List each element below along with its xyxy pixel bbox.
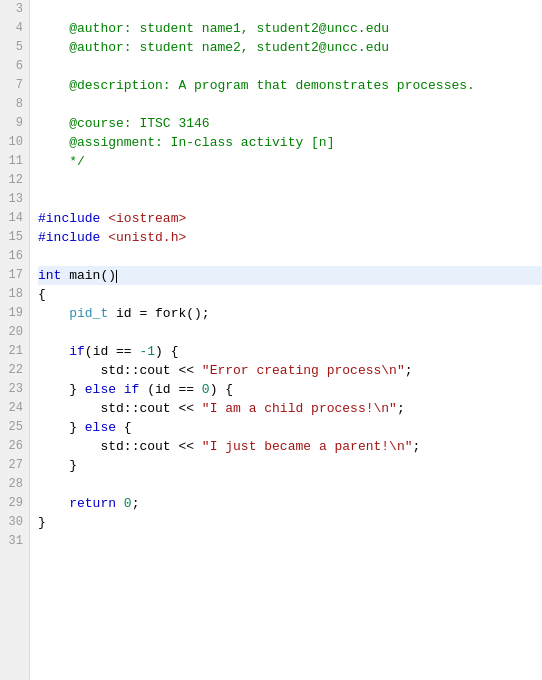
code-token-plain [38, 363, 100, 378]
code-token-cm: */ [38, 154, 85, 169]
code-line: std::cout << "I am a child process!\n"; [38, 399, 542, 418]
code-line: } [38, 513, 542, 532]
line-number: 10 [4, 133, 23, 152]
code-line: pid_t id = fork(); [38, 304, 542, 323]
line-number: 8 [4, 95, 23, 114]
code-token-num: 0 [202, 382, 210, 397]
code-line: @course: ITSC 3146 [38, 114, 542, 133]
code-token-plain: main() [61, 268, 116, 283]
line-number: 26 [4, 437, 23, 456]
code-line: return 0; [38, 494, 542, 513]
code-line: std::cout << "Error creating process\n"; [38, 361, 542, 380]
line-number: 24 [4, 399, 23, 418]
code-line: } else { [38, 418, 542, 437]
code-token-str: <iostream> [108, 211, 186, 226]
code-line: */ [38, 152, 542, 171]
code-token-plain: } [38, 458, 77, 473]
line-number: 22 [4, 361, 23, 380]
code-token-plain: } [38, 515, 46, 530]
code-token-plain: ; [405, 363, 413, 378]
line-number: 14 [4, 209, 23, 228]
code-token-type: pid_t [69, 306, 108, 321]
code-line: @assignment: In-class activity [n] [38, 133, 542, 152]
line-number: 4 [4, 19, 23, 38]
code-line: { [38, 285, 542, 304]
code-line: #include <iostream> [38, 209, 542, 228]
code-token-plain: ; [413, 439, 421, 454]
code-token-plain: id = fork(); [108, 306, 209, 321]
code-line [38, 190, 542, 209]
code-line: @author: student name1, student2@uncc.ed… [38, 19, 542, 38]
code-area[interactable]: @author: student name1, student2@uncc.ed… [30, 0, 542, 680]
code-token-cm: @assignment: In-class activity [n] [38, 135, 334, 150]
code-token-kw: return [69, 496, 116, 511]
code-token-cm: @description: A program that demonstrate… [38, 78, 475, 93]
code-token-kw: else if [85, 382, 140, 397]
code-token-pp: #include [38, 230, 100, 245]
code-token-plain [38, 306, 69, 321]
line-number: 13 [4, 190, 23, 209]
code-token-plain: { [116, 420, 132, 435]
code-line: #include <unistd.h> [38, 228, 542, 247]
line-number: 3 [4, 0, 23, 19]
code-token-cm: @author: student name1, student2@uncc.ed… [38, 21, 389, 36]
code-line: } [38, 456, 542, 475]
line-number: 29 [4, 494, 23, 513]
code-token-plain [38, 496, 69, 511]
code-token-plain: (id == [85, 344, 140, 359]
code-token-plain: } [38, 382, 85, 397]
code-line: std::cout << "I just became a parent!\n"… [38, 437, 542, 456]
line-number: 11 [4, 152, 23, 171]
code-line [38, 95, 542, 114]
code-editor: 3456789101112131415161718192021222324252… [0, 0, 542, 680]
code-token-plain: ) { [155, 344, 178, 359]
line-number: 12 [4, 171, 23, 190]
line-number: 5 [4, 38, 23, 57]
line-number: 31 [4, 532, 23, 551]
code-line [38, 247, 542, 266]
line-number: 9 [4, 114, 23, 133]
code-token-ns: std::cout [100, 363, 170, 378]
code-token-plain: << [171, 439, 202, 454]
code-line [38, 475, 542, 494]
code-token-plain: ) { [210, 382, 233, 397]
line-number: 30 [4, 513, 23, 532]
line-number: 27 [4, 456, 23, 475]
code-token-ns: std::cout [100, 401, 170, 416]
code-token-kw: else [85, 420, 116, 435]
code-line: } else if (id == 0) { [38, 380, 542, 399]
code-token-plain: << [171, 363, 202, 378]
code-token-num: 0 [124, 496, 132, 511]
code-line [38, 57, 542, 76]
code-token-num: -1 [139, 344, 155, 359]
line-number: 7 [4, 76, 23, 95]
line-number: 25 [4, 418, 23, 437]
code-line: int main() [38, 266, 542, 285]
line-numbers: 3456789101112131415161718192021222324252… [0, 0, 30, 680]
code-token-str: <unistd.h> [108, 230, 186, 245]
code-token-cm: @course: ITSC 3146 [38, 116, 210, 131]
line-number: 6 [4, 57, 23, 76]
code-line [38, 171, 542, 190]
code-token-plain: } [38, 420, 85, 435]
code-token-plain [116, 496, 124, 511]
code-line [38, 323, 542, 342]
code-token-plain: ; [397, 401, 405, 416]
line-number: 23 [4, 380, 23, 399]
line-number: 15 [4, 228, 23, 247]
code-token-ns: std::cout [100, 439, 170, 454]
code-line: @author: student name2, student2@uncc.ed… [38, 38, 542, 57]
line-number: 17 [4, 266, 23, 285]
line-number: 21 [4, 342, 23, 361]
code-token-plain: << [171, 401, 202, 416]
code-line [38, 532, 542, 551]
line-number: 19 [4, 304, 23, 323]
text-cursor [116, 270, 117, 283]
code-line: if(id == -1) { [38, 342, 542, 361]
code-token-kw: if [69, 344, 85, 359]
code-token-kw: int [38, 268, 61, 283]
code-line [38, 0, 542, 19]
code-token-plain [38, 344, 69, 359]
code-token-plain: ; [132, 496, 140, 511]
line-number: 16 [4, 247, 23, 266]
